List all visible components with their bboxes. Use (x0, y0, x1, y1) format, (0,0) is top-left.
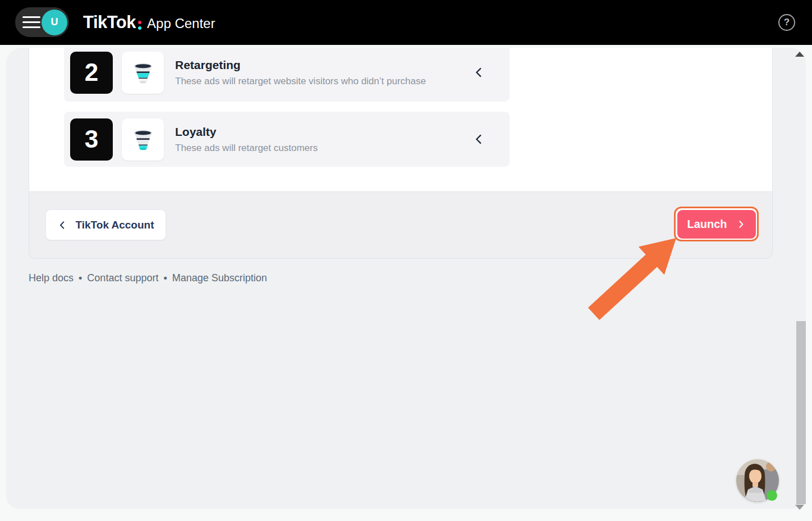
step-number: 3 (85, 125, 98, 153)
footer-links: Help docs • Contact support • Manage Sub… (29, 272, 267, 284)
collapse-chevron-left-icon[interactable] (472, 133, 485, 145)
launch-button[interactable]: Launch (677, 210, 756, 239)
account-menu-pill[interactable]: U (15, 7, 69, 37)
wizard-footer-bar: TikTok Account Launch (29, 191, 773, 259)
app-title: App Center (147, 16, 215, 31)
help-glyph: ? (784, 17, 790, 28)
avatar-initial: U (51, 16, 58, 28)
back-button-label: TikTok Account (75, 219, 154, 231)
campaign-steps-card: 2 (29, 48, 773, 258)
help-icon[interactable]: ? (778, 14, 795, 31)
top-navbar: U TikTok App Center ? (0, 0, 812, 45)
step-title: Loyalty (175, 125, 318, 139)
online-status-dot (767, 490, 777, 501)
tiktok-wordmark: TikTok (83, 12, 136, 33)
main-content-canvas: 2 (6, 48, 806, 509)
step-description: These ads will retarget customers (175, 143, 318, 154)
step-title: Retargeting (175, 58, 426, 72)
chevron-right-icon (736, 220, 746, 229)
contact-support-link[interactable]: Contact support (87, 272, 158, 284)
chevron-left-icon (57, 220, 67, 230)
step-row-retargeting[interactable]: 2 (64, 48, 510, 102)
brand-logo: TikTok App Center (83, 0, 215, 45)
scrollbar-thumb[interactable] (796, 321, 806, 504)
step-text-block: Retargeting These ads will retarget webs… (175, 58, 426, 87)
step-number-badge: 2 (70, 52, 113, 94)
app-center-screen: U TikTok App Center ? 2 (0, 0, 812, 521)
step-number-badge: 3 (70, 118, 113, 161)
link-separator: • (163, 272, 167, 284)
collapse-chevron-left-icon[interactable] (472, 66, 485, 79)
link-separator: • (79, 272, 82, 284)
launch-highlight-outline: Launch (674, 207, 759, 241)
step-number: 2 (85, 58, 98, 86)
funnel-bottom-teal-icon (122, 118, 164, 161)
help-docs-link[interactable]: Help docs (29, 272, 74, 284)
step-description: These ads will retarget website visitors… (175, 76, 426, 87)
scrollbar-down-arrow[interactable] (795, 505, 804, 510)
step-text-block: Loyalty These ads will retarget customer… (175, 125, 318, 154)
hamburger-menu-icon[interactable] (22, 16, 40, 28)
step-row-loyalty[interactable]: 3 (64, 112, 510, 167)
tiktok-account-back-button[interactable]: TikTok Account (45, 209, 166, 240)
manage-subscription-link[interactable]: Manage Subscription (172, 272, 267, 284)
launch-button-label: Launch (687, 218, 727, 231)
funnel-middle-teal-icon (122, 52, 164, 94)
scrollbar-up-arrow[interactable] (795, 52, 804, 57)
user-avatar[interactable]: U (42, 10, 67, 35)
tiktok-colon-icon (138, 21, 141, 30)
steps-list: 2 (29, 48, 772, 191)
